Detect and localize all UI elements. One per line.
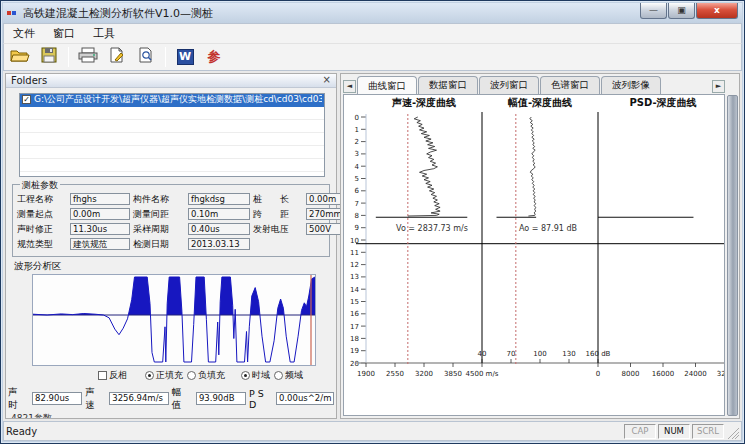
tab-spectrum-window[interactable]: 色谱窗口 xyxy=(540,76,600,94)
file-path-label: G:\公司产品设计开发\超声仪器\超声仪实地检测数据\测桩cd\cd03\cd0… xyxy=(34,93,322,106)
param-value-field[interactable]: fhghs xyxy=(70,193,130,205)
close-button[interactable]: x xyxy=(696,3,738,19)
tab-curve-window[interactable]: 曲线窗口 xyxy=(357,76,417,95)
psd-field[interactable]: 0.00us^2/m xyxy=(276,392,334,405)
page-edit-icon xyxy=(108,47,126,67)
file-list-item[interactable]: ✓ G:\公司产品设计开发\超声仪器\超声仪实地检测数据\测桩cd\cd03\c… xyxy=(20,94,324,107)
sound-time-field[interactable]: 82.90us xyxy=(32,392,82,405)
param-label: 工程名称 xyxy=(17,193,67,206)
waveform-area-title: 波形分析区 xyxy=(14,260,336,273)
param-label: 跨 距 xyxy=(253,208,303,221)
tab-wavetrain-window[interactable]: 波列窗口 xyxy=(479,76,539,94)
open-button[interactable] xyxy=(8,46,32,68)
print-button[interactable] xyxy=(76,46,100,68)
param-value-field[interactable]: 0.10m xyxy=(188,208,250,220)
file-list-empty-row xyxy=(20,120,324,133)
param-value-field[interactable]: fhgkdsg xyxy=(188,193,250,205)
param-label: 采样周期 xyxy=(133,223,185,236)
param-value-field[interactable]: 2013.03.13 xyxy=(188,238,250,250)
tab-strip: ◄ 曲线窗口 数据窗口 波列窗口 色谱窗口 波列影像 ► xyxy=(341,74,739,94)
param-label: 检测日期 xyxy=(133,238,185,251)
file-checkbox[interactable]: ✓ xyxy=(22,95,31,104)
readout-label: 声 时 xyxy=(8,386,29,412)
export-button[interactable] xyxy=(105,46,129,68)
sound-speed-field[interactable]: 3256.94m/s xyxy=(109,392,169,405)
window-title: 高铁建混凝土检测分析软件V1.0—测桩 xyxy=(23,6,213,21)
status-bar: Ready CAP NUM SCRL xyxy=(3,421,742,441)
menu-file[interactable]: 文件 xyxy=(4,24,44,43)
svg-text:19: 19 xyxy=(350,347,359,355)
svg-text:130: 130 xyxy=(562,350,575,358)
menu-window[interactable]: 窗口 xyxy=(44,24,84,43)
panel-close-icon[interactable]: × xyxy=(323,75,331,85)
file-list-empty-row xyxy=(20,172,324,177)
freq-domain-radio[interactable]: 频域 xyxy=(274,369,303,382)
file-list-empty-row xyxy=(20,107,324,120)
time-domain-radio[interactable]: 时域 xyxy=(241,369,270,382)
param-value-field[interactable]: 11.30us xyxy=(70,223,130,235)
resize-grip[interactable] xyxy=(726,424,739,439)
caps-indicator: CAP xyxy=(624,424,656,439)
fill-positive-radio[interactable]: 正填充 xyxy=(145,369,183,382)
svg-text:1900: 1900 xyxy=(357,370,375,378)
vertical-scrollbar[interactable] xyxy=(727,95,738,416)
svg-text:8000: 8000 xyxy=(622,370,640,378)
folders-panel-header: Folders × xyxy=(6,74,336,88)
svg-text:1: 1 xyxy=(355,126,359,134)
svg-text:12: 12 xyxy=(350,261,359,269)
invert-checkbox[interactable]: 反相 xyxy=(98,369,127,382)
depth-curves-chart[interactable]: 声速-深度曲线幅值-深度曲线PSD-深度曲线012345678910111213… xyxy=(343,94,725,416)
menu-tools[interactable]: 工具 xyxy=(84,24,124,43)
tab-scroll-left-icon[interactable]: ◄ xyxy=(343,80,356,93)
tab-data-window[interactable]: 数据窗口 xyxy=(418,76,478,94)
word-icon: W xyxy=(177,49,194,65)
svg-text:Vo = 2837.73 m/s: Vo = 2837.73 m/s xyxy=(396,224,468,233)
file-list[interactable]: ✓ G:\公司产品设计开发\超声仪器\超声仪实地检测数据\测桩cd\cd03\c… xyxy=(19,93,325,177)
svg-text:7: 7 xyxy=(355,200,359,208)
svg-text:0: 0 xyxy=(596,370,600,378)
toolbar-separator xyxy=(68,47,69,67)
tab-wavetrain-image[interactable]: 波列影像 xyxy=(601,76,661,94)
svg-text:9: 9 xyxy=(355,224,359,232)
folders-panel: Folders × ✓ G:\公司产品设计开发\超声仪器\超声仪实地检测数据\测… xyxy=(5,73,337,419)
parameters-button[interactable]: 参 xyxy=(202,46,226,68)
title-bar: 高铁建混凝土检测分析软件V1.0—测桩 — ▣ x xyxy=(3,3,742,23)
svg-text:5: 5 xyxy=(355,175,359,183)
param-value-field[interactable]: 建筑规范 xyxy=(70,238,130,250)
svg-text:2550: 2550 xyxy=(386,370,404,378)
minimize-button[interactable]: — xyxy=(640,3,667,19)
save-button[interactable] xyxy=(37,46,61,68)
readout-label: P S D xyxy=(249,388,273,410)
svg-text:3200: 3200 xyxy=(415,370,433,378)
maximize-button[interactable]: ▣ xyxy=(668,3,695,19)
tab-scroll-right-icon[interactable]: ► xyxy=(712,80,725,93)
main-area: Folders × ✓ G:\公司产品设计开发\超声仪器\超声仪实地检测数据\测… xyxy=(3,71,742,421)
svg-text:11: 11 xyxy=(350,249,359,257)
pile-params-groupbox: 测桩参数 工程名称 fhghs 构件名称 fhgkdsg 桩 长 0.00m 测… xyxy=(12,184,330,257)
svg-text:14: 14 xyxy=(350,286,359,294)
amplitude-field[interactable]: 93.90dB xyxy=(196,392,246,405)
svg-text:PSD-深度曲线: PSD-深度曲线 xyxy=(629,97,696,108)
preview-button[interactable] xyxy=(134,46,158,68)
save-floppy-icon xyxy=(41,47,57,67)
param-value-field[interactable]: 0.40us xyxy=(188,223,250,235)
param-label: 测量间距 xyxy=(133,208,185,221)
app-icon xyxy=(7,8,19,18)
checkbox-icon xyxy=(98,371,107,380)
svg-text:100: 100 xyxy=(533,350,546,358)
status-text: Ready xyxy=(6,426,37,437)
param-label: 构件名称 xyxy=(133,193,185,206)
printer-icon xyxy=(78,47,98,67)
fill-negative-radio[interactable]: 负填充 xyxy=(187,369,225,382)
waveform-svg xyxy=(33,275,315,365)
readout-label: 声 速 xyxy=(85,386,106,412)
svg-text:160 dB: 160 dB xyxy=(586,350,611,358)
word-report-button[interactable]: W xyxy=(173,46,197,68)
print-preview-icon xyxy=(137,47,155,67)
waveform-plot[interactable] xyxy=(32,274,316,366)
file-list-empty-row xyxy=(20,133,324,146)
depth-charts-svg: 声速-深度曲线幅值-深度曲线PSD-深度曲线012345678910111213… xyxy=(344,95,725,405)
param-value-field[interactable]: 0.00m xyxy=(70,208,130,220)
svg-text:18: 18 xyxy=(350,335,359,343)
svg-text:Ao = 87.91 dB: Ao = 87.91 dB xyxy=(519,224,577,233)
